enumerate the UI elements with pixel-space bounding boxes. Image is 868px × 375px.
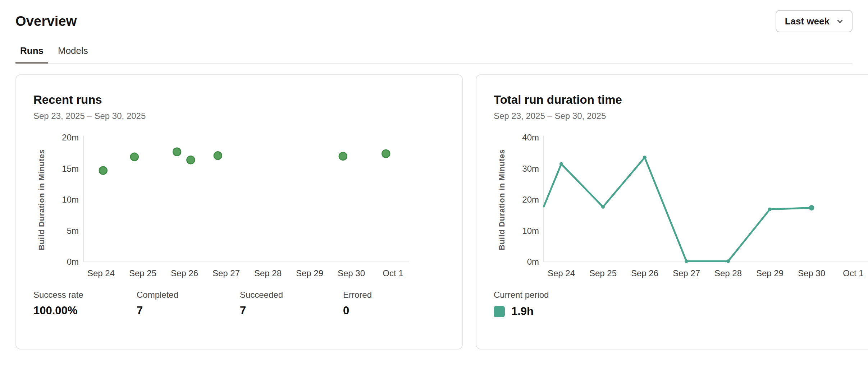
total-run-duration-title: Total run duration time (494, 93, 868, 107)
svg-text:40m: 40m (522, 133, 539, 142)
svg-text:Sep 25: Sep 25 (129, 268, 156, 278)
stat-label: Success rate (33, 290, 137, 300)
svg-text:Sep 24: Sep 24 (87, 268, 115, 278)
overview-page: Overview Last week Runs Models Recent ru… (0, 10, 868, 349)
stat-label: Succeeded (240, 290, 343, 300)
stat-success-rate: Success rate 100.00% (33, 290, 137, 317)
svg-text:Sep 29: Sep 29 (296, 268, 323, 278)
svg-text:Sep 26: Sep 26 (171, 268, 198, 278)
period-selector-label: Last week (785, 16, 830, 27)
svg-text:Sep 30: Sep 30 (798, 268, 825, 278)
chevron-down-icon (835, 17, 845, 26)
cards-row: Recent runs Sep 23, 2025 – Sep 30, 2025 … (15, 74, 853, 349)
stat-succeeded: Succeeded 7 (240, 290, 343, 317)
recent-runs-date-range: Sep 23, 2025 – Sep 30, 2025 (33, 111, 446, 121)
current-period-legend: Current period 1.9h (494, 290, 868, 318)
tab-bar: Runs Models (15, 43, 853, 64)
recent-runs-stats: Success rate 100.00% Completed 7 Succeed… (33, 290, 446, 317)
total-run-duration-line-chart[interactable]: 0m10m20m30m40mSep 24Sep 25Sep 26Sep 27Se… (494, 133, 868, 281)
svg-text:Sep 27: Sep 27 (213, 268, 240, 278)
svg-text:Sep 30: Sep 30 (338, 268, 365, 278)
svg-text:30m: 30m (522, 164, 539, 173)
stat-errored: Errored 0 (343, 290, 446, 317)
svg-text:20m: 20m (62, 133, 79, 142)
legend-row: 1.9h (494, 305, 868, 318)
svg-text:Oct 1: Oct 1 (383, 268, 403, 278)
stat-label: Errored (343, 290, 446, 300)
tab-runs[interactable]: Runs (15, 43, 48, 63)
stat-label: Completed (137, 290, 240, 300)
recent-runs-scatter-chart[interactable]: 0m5m10m15m20mSep 24Sep 25Sep 26Sep 27Sep… (33, 133, 413, 281)
legend-label: Current period (494, 290, 868, 300)
svg-text:Sep 27: Sep 27 (673, 268, 700, 278)
svg-text:Build Duration in Minutes: Build Duration in Minutes (37, 149, 46, 250)
svg-text:10m: 10m (522, 226, 539, 236)
svg-text:Sep 25: Sep 25 (589, 268, 617, 278)
svg-text:Sep 28: Sep 28 (714, 268, 742, 278)
svg-text:20m: 20m (522, 195, 539, 204)
svg-text:10m: 10m (62, 195, 79, 204)
legend-value: 1.9h (511, 305, 534, 318)
svg-text:Oct 1: Oct 1 (843, 268, 863, 278)
recent-runs-card: Recent runs Sep 23, 2025 – Sep 30, 2025 … (15, 74, 463, 349)
stat-completed: Completed 7 (137, 290, 240, 317)
svg-text:0m: 0m (67, 257, 79, 267)
tab-models[interactable]: Models (53, 43, 93, 63)
stat-value: 7 (240, 304, 343, 317)
svg-text:5m: 5m (67, 226, 79, 236)
svg-text:Sep 26: Sep 26 (631, 268, 658, 278)
svg-text:15m: 15m (62, 164, 79, 173)
svg-text:0m: 0m (527, 257, 539, 267)
svg-text:Sep 29: Sep 29 (756, 268, 784, 278)
period-selector-button[interactable]: Last week (776, 10, 853, 32)
total-run-duration-date-range: Sep 23, 2025 – Sep 30, 2025 (494, 111, 868, 121)
svg-text:Sep 28: Sep 28 (254, 268, 282, 278)
svg-text:Sep 24: Sep 24 (548, 268, 575, 278)
page-title: Overview (15, 14, 77, 29)
legend-color-swatch (494, 306, 505, 317)
svg-text:Build Duration in Minutes: Build Duration in Minutes (497, 149, 506, 250)
total-run-duration-card: Total run duration time Sep 23, 2025 – S… (476, 74, 868, 349)
recent-runs-title: Recent runs (33, 93, 446, 107)
stat-value: 100.00% (33, 304, 137, 317)
page-header: Overview Last week (15, 10, 853, 32)
stat-value: 0 (343, 304, 446, 317)
stat-value: 7 (137, 304, 240, 317)
